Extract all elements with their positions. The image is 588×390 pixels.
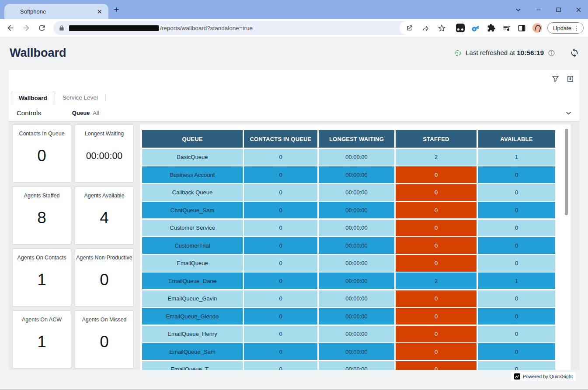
available-cell: 0 [478, 184, 555, 201]
table-header-cell: LONGEST WAITING [319, 130, 394, 148]
refresh-cluster: Last refreshed at 10:56:19 [454, 48, 579, 58]
info-icon[interactable] [548, 49, 555, 57]
contacts-in-queue-cell: 0 [244, 273, 317, 289]
extension-dark-icon[interactable] [456, 24, 465, 32]
table-header-cell: CONTACTS IN QUEUE [244, 130, 317, 148]
extensions-puzzle-icon[interactable] [487, 24, 496, 32]
bookmark-star-icon[interactable] [438, 24, 445, 32]
minimize-icon[interactable] [536, 7, 542, 13]
staffed-cell: 0 [396, 220, 477, 236]
staffed-cell: 2 [396, 149, 477, 166]
table-scrollbar-thumb[interactable] [565, 129, 568, 215]
queue-name-cell: ChatQueue_Sam [142, 202, 243, 218]
browser-tab-strip: Softphone ✕ + [0, 0, 588, 19]
longest-waiting-cell: 00:00:00 [319, 184, 394, 201]
kpi-card-value: 1 [13, 323, 71, 368]
longest-waiting-cell: 00:00:00 [319, 273, 394, 289]
staffed-cell: 0 [396, 308, 477, 324]
browser-toolbar: /reports/wallboard?standalone=true Updat… [0, 19, 588, 37]
kpi-card: Contacts In Queue0 [12, 124, 71, 183]
extensions-row [456, 23, 542, 33]
queue-name-cell: Callback Queue [142, 184, 243, 201]
tab-divider [105, 95, 106, 101]
table-header-cell: STAFFED [396, 130, 477, 148]
browser-tab[interactable]: Softphone ✕ [4, 4, 108, 19]
timer-icon [454, 49, 462, 57]
table-header-cell: QUEUE [142, 130, 243, 148]
kpi-card-value: 0 [75, 323, 133, 368]
sheet-tabs: Wallboard Service Level [11, 92, 106, 104]
contacts-in-queue-cell: 0 [244, 343, 317, 360]
queue-name-cell: Business Account [142, 166, 243, 183]
available-cell: 0 [478, 255, 555, 272]
available-cell: 0 [478, 326, 555, 342]
url-path: /reports/wallboard?standalone=true [160, 25, 253, 31]
media-controls-icon[interactable] [502, 24, 511, 32]
maximize-icon[interactable] [556, 7, 561, 13]
kpi-card: Agents Available4 [75, 186, 134, 245]
longest-waiting-cell: 00:00:00 [319, 237, 394, 254]
export-icon[interactable] [567, 75, 574, 83]
kpi-card-value: 1 [13, 261, 71, 306]
address-bar[interactable]: /reports/wallboard?standalone=true [53, 21, 452, 35]
contacts-in-queue-cell: 0 [244, 220, 317, 236]
kpi-card: Agents On Missed0 [75, 311, 134, 369]
kpi-card: Agents On Contacts1 [12, 248, 71, 307]
kpi-card-value: 0 [13, 137, 71, 182]
controls-collapse-chevron-icon[interactable] [565, 109, 572, 117]
queue-name-cell: EmailQueue [142, 255, 243, 272]
sheet-actions [552, 75, 574, 83]
tab-search-chevron-icon[interactable] [515, 7, 522, 13]
available-cell: 1 [478, 149, 555, 166]
queue-filter-value[interactable]: All [93, 110, 99, 116]
queue-name-cell: EmailQueue_Dane [142, 273, 243, 289]
tab-wallboard[interactable]: Wallboard [11, 92, 55, 104]
queue-filter-label: Queue [72, 110, 90, 116]
browser-window: Softphone ✕ + /reports/wallboard? [0, 0, 588, 390]
contacts-in-queue-cell: 0 [244, 202, 317, 218]
kpi-card-label: Agents Non-Productive [75, 249, 133, 261]
tab-close-icon[interactable]: ✕ [96, 8, 103, 16]
longest-waiting-cell: 00:00:00 [319, 166, 394, 183]
open-in-new-icon[interactable] [406, 24, 413, 32]
lock-icon[interactable] [59, 25, 65, 31]
forward-icon[interactable] [22, 24, 31, 32]
queue-table: QUEUECONTACTS IN QUEUELONGEST WAITINGSTA… [142, 130, 555, 370]
extension-key-icon[interactable] [470, 22, 482, 35]
contacts-in-queue-cell: 0 [244, 255, 317, 272]
side-panel-icon[interactable] [518, 24, 526, 32]
queue-name-cell: CustomerTrial [142, 237, 243, 254]
powered-by-text: Powered by QuickSight [523, 374, 573, 379]
longest-waiting-cell: 00:00:00 [319, 220, 394, 236]
close-icon[interactable] [575, 7, 582, 13]
queue-name-cell: Customer Service [142, 220, 243, 236]
update-button[interactable]: Update ⋮ [547, 22, 584, 34]
longest-waiting-cell: 00:00:00 [319, 326, 394, 342]
kpi-grid: Contacts In Queue0Longest Waiting00:00:0… [12, 124, 134, 369]
longest-waiting-cell: 00:00:00 [319, 290, 394, 307]
kpi-card-label: Agents On Missed [75, 311, 133, 323]
update-button-label: Update [553, 25, 571, 31]
available-cell: 0 [478, 361, 555, 370]
staffed-cell: 0 [396, 255, 477, 272]
staffed-cell: 0 [396, 326, 477, 342]
contacts-in-queue-cell: 0 [244, 361, 317, 370]
back-icon[interactable] [6, 24, 15, 32]
staffed-cell: 0 [396, 290, 477, 307]
contacts-in-queue-cell: 0 [244, 237, 317, 254]
browser-tab-title: Softphone [20, 8, 96, 15]
share-icon[interactable] [422, 24, 429, 32]
tab-service-level[interactable]: Service Level [55, 92, 105, 104]
profile-avatar[interactable] [532, 23, 542, 33]
filter-icon[interactable] [552, 75, 559, 83]
redacted-domain [69, 25, 159, 31]
queue-name-cell: EmailQueue_Gavin [142, 290, 243, 307]
refresh-icon[interactable] [570, 48, 579, 58]
kpi-card-value: 8 [13, 199, 71, 244]
queue-name-cell: EmailQueue_Glendo [142, 308, 243, 324]
powered-by-badge: Powered by QuickSight [511, 372, 576, 381]
browser-menu-icon[interactable]: ⋮ [574, 25, 581, 31]
reload-icon[interactable] [38, 24, 46, 32]
new-tab-icon[interactable]: + [114, 5, 119, 14]
longest-waiting-cell: 00:00:00 [319, 149, 394, 166]
